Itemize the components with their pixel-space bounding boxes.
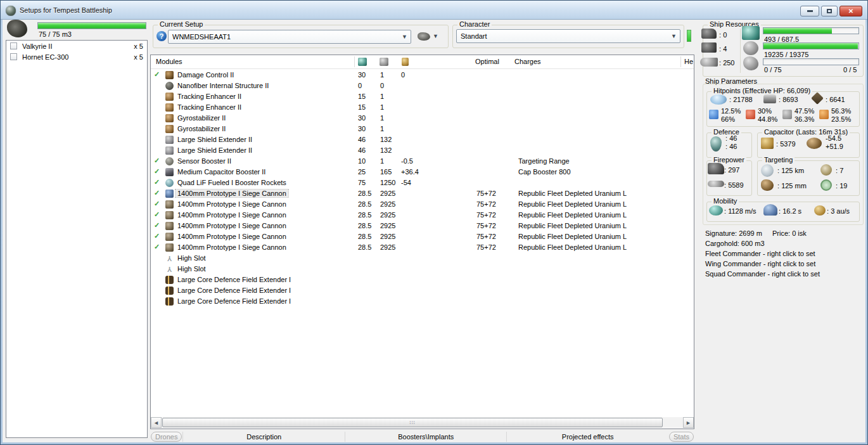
module-powergrid-value: 1 (380, 125, 384, 132)
module-name: Large Shield Extender II (177, 146, 252, 154)
drone-bay-bar-fill (38, 23, 146, 29)
module-row[interactable]: High Slot (151, 253, 694, 264)
module-row[interactable]: Large Shield Extender II46132 (151, 145, 694, 156)
module-cpu-value: 30 (358, 125, 366, 132)
targeting-group: Targeting (757, 160, 860, 196)
module-cpu-value: 28.5 (358, 200, 371, 208)
module-cpu-value: 10 (358, 157, 366, 165)
module-row[interactable]: Large Core Defence Field Extender I (151, 285, 694, 296)
scan-resolution-icon (761, 179, 774, 191)
drone-qty: x 5 (134, 53, 143, 61)
module-row[interactable]: ✓1400mm Prototype I Siege Cannon28.52925… (151, 199, 694, 210)
module-charges-value: Republic Fleet Depleted Uranium L (518, 190, 627, 197)
kinetic-resist-shield: 47.5% (795, 107, 814, 115)
module-row[interactable]: Large Core Defence Field Extender I (151, 274, 694, 285)
fitted-check-icon: ✓ (154, 243, 160, 251)
module-name: High Slot (177, 254, 206, 262)
cpu-icon (358, 58, 367, 66)
current-setup-combobox[interactable]: WNMEDSHEAAT1 ▼ (168, 30, 411, 44)
module-charges-value: Republic Fleet Depleted Uranium L (518, 233, 627, 240)
thermal-resist-armor: 44.8% (758, 115, 777, 123)
module-charges-value: Republic Fleet Depleted Uranium L (518, 243, 627, 251)
module-row[interactable]: High Slot (151, 264, 694, 274)
powergrid-bar (763, 42, 859, 49)
max-targets-value: 7 (836, 167, 843, 174)
drone-checkbox[interactable] (10, 53, 17, 60)
setup-actions-button[interactable]: ▼ (418, 30, 444, 42)
modules-table: Modules Optimal Charges He ✓Damage Contr… (150, 55, 694, 429)
volley-icon (708, 181, 724, 187)
module-row[interactable]: Nanofiber Internal Structure II00 (151, 81, 694, 91)
tab-projected-effects[interactable]: Projected effects (506, 432, 668, 442)
module-row[interactable]: ✓Quad LiF Fueled I Booster Rockets751250… (151, 177, 694, 188)
em-resist-armor: 66% (721, 115, 735, 123)
module-name: Medium Capacitor Booster II (177, 168, 265, 176)
module-name: Gyrostabilizer II (177, 125, 226, 132)
powergrid-icon (743, 41, 758, 55)
module-optimal-value: 75+72 (476, 211, 496, 219)
module-row[interactable]: ✓Medium Capacitor Booster II25165+36.4Ca… (151, 167, 694, 177)
module-name: Large Core Defence Field Extender I (177, 276, 291, 283)
module-charges-value: Republic Fleet Depleted Uranium L (518, 211, 627, 219)
scrollbar-thumb[interactable]: ⁞⁞⁞ (162, 418, 663, 427)
module-cpu-value: 46 (358, 146, 366, 154)
module-row[interactable]: Tracking Enhancer II151 (151, 102, 694, 113)
module-name: Quad LiF Fueled I Booster Rockets (177, 179, 286, 186)
module-powergrid-value: 1 (380, 71, 384, 79)
module-name: 1400mm Prototype I Siege Cannon (177, 211, 286, 219)
module-row[interactable]: Gyrostabilizer II301 (151, 124, 694, 134)
drone-checkbox[interactable] (10, 42, 17, 49)
heat-column-header: He (684, 58, 693, 65)
fitted-check-icon: ✓ (154, 178, 160, 186)
drone-list-item[interactable]: Valkyrie II x 5 (6, 41, 147, 51)
module-row[interactable]: Large Shield Extender II46132 (151, 134, 694, 145)
shield-hp-value: 21788 (729, 96, 753, 103)
help-icon[interactable]: ? (156, 31, 167, 41)
module-row[interactable]: ✓1400mm Prototype I Siege Cannon28.52925… (151, 231, 694, 242)
high-slot-icon (165, 254, 174, 262)
cap-booster-icon (165, 168, 174, 176)
header-separator (680, 56, 681, 67)
stats-button[interactable]: Stats (669, 432, 694, 442)
tab-boosters-implants[interactable]: Boosters\Implants (345, 432, 506, 442)
fleet-commander-text[interactable]: Fleet Commander - right click to set (705, 250, 815, 257)
drone-name: Hornet EC-300 (22, 53, 68, 61)
character-combobox[interactable]: Standart ▼ (456, 29, 680, 43)
module-name: Large Core Defence Field Extender I (177, 297, 291, 305)
close-button[interactable]: ✕ (839, 6, 862, 16)
chevron-down-icon[interactable]: ▼ (669, 31, 679, 41)
module-cpu-value: 75 (358, 179, 366, 186)
drone-list: Valkyrie II x 5 Hornet EC-300 x 5 (6, 40, 148, 438)
module-powergrid-value: 1250 (380, 179, 395, 186)
minimize-button[interactable] (800, 6, 819, 16)
wing-commander-text[interactable]: Wing Commander - right click to set (705, 260, 815, 268)
module-row[interactable]: ✓1400mm Prototype I Siege Cannon28.52925… (151, 188, 694, 199)
turret-hardpoint-icon (701, 29, 717, 39)
squad-commander-text[interactable]: Squad Commander - right click to set (705, 270, 820, 278)
tab-description[interactable]: Description (182, 432, 344, 442)
module-row[interactable]: ✓1400mm Prototype I Siege Cannon28.52925… (151, 210, 694, 221)
module-name: Large Shield Extender II (177, 136, 252, 143)
turret-hardpoints-value: 0 (719, 31, 727, 39)
module-row[interactable]: ✓Sensor Booster II101-0.5Targeting Range (151, 156, 694, 167)
module-row[interactable]: Gyrostabilizer II301 (151, 113, 694, 124)
maximize-button[interactable] (821, 6, 838, 16)
cpu-bar-fill (763, 28, 832, 34)
module-row[interactable]: Tracking Enhancer II151 (151, 91, 694, 102)
module-row[interactable]: ✓1400mm Prototype I Siege Cannon28.52925… (151, 242, 694, 253)
drone-list-item[interactable]: Hornet EC-300 x 5 (6, 51, 147, 62)
module-name: Nanofiber Internal Structure II (177, 82, 269, 89)
scroll-right-button[interactable]: ► (683, 417, 694, 428)
launcher-hardpoints-value: 4 (719, 45, 727, 53)
module-row[interactable]: ✓Damage Control II3010 (151, 70, 694, 81)
module-row[interactable]: ✓1400mm Prototype I Siege Cannon28.52925… (151, 221, 694, 231)
drones-button[interactable]: Drones (151, 432, 182, 442)
price-text: Price: 0 isk (772, 229, 807, 237)
module-row[interactable]: Large Core Defence Field Extender I (151, 296, 694, 307)
character-skills-indicator (687, 30, 691, 42)
horizontal-scrollbar[interactable]: ◄ ⁞⁞⁞ ► (151, 417, 694, 428)
module-cpu-value: 30 (358, 71, 366, 79)
powergrid-bar-fill (763, 43, 858, 49)
scroll-left-button[interactable]: ◄ (151, 417, 162, 428)
chevron-down-icon[interactable]: ▼ (400, 32, 409, 42)
